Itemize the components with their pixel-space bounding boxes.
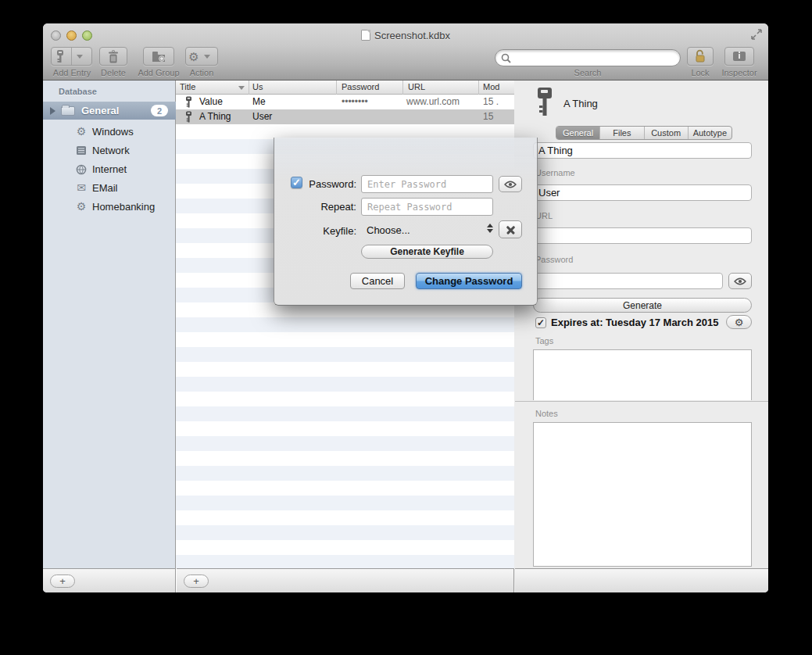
lock-open-icon bbox=[694, 49, 706, 63]
eye-icon bbox=[734, 277, 746, 285]
sidebar-item-homebanking[interactable]: ⚙ Homebanking bbox=[43, 197, 176, 216]
entry-list-header: Title Us Password URL Mod bbox=[176, 81, 514, 95]
column-header-modified[interactable]: Mod bbox=[483, 82, 499, 91]
lock-button[interactable] bbox=[687, 47, 714, 66]
dialog-password-input[interactable]: Enter Password bbox=[361, 175, 493, 193]
generate-keyfile-button[interactable]: Generate Keyfile bbox=[361, 245, 493, 259]
dialog-repeat-input[interactable]: Repeat Password bbox=[361, 198, 493, 216]
add-entry-label: Add Entry bbox=[46, 68, 98, 77]
clear-keyfile-button[interactable] bbox=[499, 220, 522, 238]
entry-row-a-thing[interactable]: A Thing User 15 bbox=[176, 109, 514, 124]
column-header-username[interactable]: Us bbox=[252, 82, 263, 91]
action-dropdown-icon[interactable] bbox=[204, 55, 210, 59]
add-entry-plus-button[interactable]: + bbox=[184, 574, 209, 588]
inspector-button[interactable] bbox=[724, 47, 754, 66]
gear-icon: ⚙ bbox=[735, 317, 744, 328]
title-field[interactable] bbox=[533, 142, 752, 159]
expires-options-button[interactable]: ⚙ bbox=[726, 315, 752, 329]
inspector-label: Inspector bbox=[715, 68, 764, 77]
add-group-button[interactable] bbox=[143, 47, 174, 66]
sidebar-item-windows[interactable]: ⚙ Windows bbox=[43, 122, 176, 141]
folder-icon bbox=[61, 106, 75, 116]
trash-icon bbox=[108, 50, 119, 63]
envelope-icon: ✉ bbox=[74, 182, 88, 193]
add-entry-dropdown-icon[interactable] bbox=[77, 55, 83, 59]
cancel-button[interactable]: Cancel bbox=[350, 273, 405, 289]
notes-textarea[interactable] bbox=[533, 422, 752, 567]
count-badge: 2 bbox=[151, 105, 168, 116]
fullscreen-icon[interactable] bbox=[751, 29, 762, 40]
sidebar: Database General 2 ⚙ Windows Network bbox=[43, 81, 176, 592]
titlebar: Screenshot.kdbx bbox=[43, 27, 768, 43]
gear-icon: ⚙ bbox=[74, 126, 88, 137]
tags-textarea[interactable] bbox=[533, 349, 752, 400]
info-icon bbox=[733, 52, 746, 61]
title-toolbar-chrome: Screenshot.kdbx Add Entry Delet bbox=[43, 23, 768, 81]
sidebar-item-network[interactable]: Network bbox=[43, 141, 176, 159]
window-title: Screenshot.kdbx bbox=[374, 30, 450, 41]
column-header-title[interactable]: Title bbox=[180, 82, 195, 91]
tab-autotype[interactable]: Autotype bbox=[689, 127, 732, 139]
tab-files[interactable]: Files bbox=[600, 127, 644, 139]
add-entry-button[interactable] bbox=[51, 47, 92, 66]
password-field[interactable] bbox=[533, 273, 723, 289]
gear-icon: ⚙ bbox=[188, 51, 199, 63]
username-label: Username bbox=[535, 168, 575, 177]
expires-row: ✓ Expires at: Tuesday 17 March 2015 bbox=[535, 317, 718, 328]
sidebar-item-internet[interactable]: Internet bbox=[43, 159, 176, 178]
tab-custom[interactable]: Custom bbox=[645, 127, 689, 139]
keyfile-stepper-icon[interactable] bbox=[487, 224, 493, 233]
search-input[interactable] bbox=[495, 49, 681, 66]
column-header-url[interactable]: URL bbox=[408, 82, 425, 91]
add-group-plus-button[interactable]: + bbox=[50, 574, 75, 588]
action-button[interactable]: ⚙ bbox=[185, 47, 218, 66]
expires-label: Expires at: Tuesday 17 March 2015 bbox=[551, 317, 718, 328]
sidebar-section-header: Database bbox=[59, 87, 97, 96]
url-field[interactable] bbox=[533, 227, 752, 244]
username-field[interactable] bbox=[533, 184, 752, 201]
inspector-bottom-bar bbox=[515, 568, 768, 592]
globe-icon bbox=[74, 163, 88, 174]
tags-label: Tags bbox=[535, 336, 553, 345]
sidebar-item-email[interactable]: ✉ EMail bbox=[43, 178, 176, 197]
dialog-keyfile-label: Keyfile: bbox=[303, 225, 356, 237]
tab-general[interactable]: General bbox=[556, 127, 600, 139]
key-icon bbox=[55, 49, 65, 63]
url-label: URL bbox=[535, 211, 553, 220]
dialog-repeat-label: Repeat: bbox=[303, 201, 356, 213]
keyfile-popup[interactable]: Choose... bbox=[367, 224, 410, 236]
search-label: Search bbox=[495, 68, 681, 77]
list-bottom-bar: + bbox=[177, 568, 514, 592]
change-password-sheet: ✓ Password: Enter Password Repeat: Repea… bbox=[274, 138, 538, 306]
inspector-panel: A Thing General Files Custom Autotype Us… bbox=[515, 81, 768, 592]
sidebar-group-label: General bbox=[81, 105, 119, 116]
dialog-reveal-password-button[interactable] bbox=[499, 176, 522, 192]
search-icon bbox=[501, 53, 511, 63]
dialog-password-label: Password: bbox=[303, 178, 356, 190]
column-header-password[interactable]: Password bbox=[342, 82, 379, 91]
entry-row-value[interactable]: Value Me •••••••• www.url.com 15 . bbox=[176, 95, 514, 109]
content-area: Database General 2 ⚙ Windows Network bbox=[43, 81, 768, 592]
app-window: Screenshot.kdbx Add Entry Delet bbox=[43, 23, 768, 592]
disclosure-triangle-icon[interactable] bbox=[50, 107, 55, 115]
eye-icon bbox=[504, 181, 517, 188]
sort-descending-icon bbox=[238, 86, 245, 90]
delete-button[interactable] bbox=[99, 47, 127, 66]
expires-checkbox[interactable]: ✓ bbox=[535, 317, 546, 328]
generate-button[interactable]: Generate bbox=[533, 298, 752, 313]
document-icon[interactable] bbox=[361, 30, 370, 41]
inspector-entry-title: A Thing bbox=[563, 98, 598, 109]
folder-plus-icon bbox=[152, 51, 166, 63]
delete-label: Delete bbox=[96, 68, 131, 77]
sidebar-item-general[interactable]: General 2 bbox=[43, 102, 176, 120]
key-icon bbox=[536, 87, 553, 116]
add-group-label: Add Group bbox=[133, 68, 184, 77]
password-checkbox[interactable]: ✓ bbox=[291, 177, 302, 188]
change-password-button[interactable]: Change Password bbox=[416, 273, 522, 289]
action-label: Action bbox=[184, 68, 220, 77]
reveal-password-button[interactable] bbox=[728, 273, 752, 289]
password-label: Password bbox=[535, 255, 573, 264]
gear-icon: ⚙ bbox=[74, 201, 88, 212]
key-icon bbox=[185, 96, 192, 108]
sidebar-bottom-bar: + bbox=[43, 568, 176, 592]
